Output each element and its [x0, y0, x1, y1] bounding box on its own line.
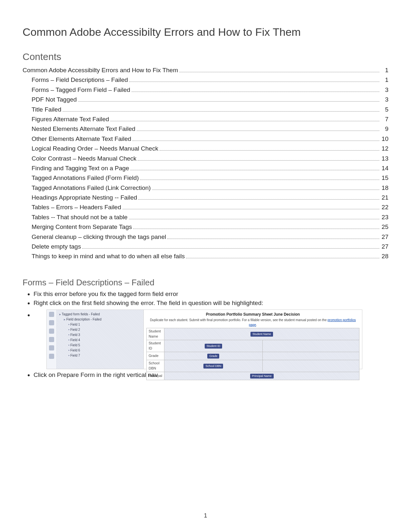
tree-leaf: Field 6: [68, 348, 141, 353]
field-label: Student Name: [147, 328, 164, 340]
field-chip: Principal Name: [250, 374, 274, 379]
toc-page-number: 25: [381, 222, 388, 232]
toc-entry[interactable]: Tables -- That should not be a table23: [32, 212, 388, 222]
toc-leader-dots: [63, 105, 379, 111]
form-table: Student Name Student Name Student ID Stu…: [146, 328, 359, 380]
toc-leader-dots: [138, 194, 379, 200]
form-field: Grade: [164, 352, 262, 360]
embedded-screenshot: Tagged form fields - Failed Field descri…: [46, 310, 362, 369]
toc-leader-dots: [152, 184, 379, 190]
toc-entry[interactable]: Things to keep in mind and what to do wh…: [32, 251, 388, 261]
contents-heading: Contents: [23, 51, 388, 62]
form-subtitle-text: Duplicate for each student. Submit with …: [150, 318, 328, 322]
table-row: Principal Principal Name: [147, 372, 359, 380]
toc-title: Headings Appropriate Nesting -- Failed: [32, 193, 137, 202]
toc-leader-dots: [122, 203, 379, 209]
toc-leader-dots: [133, 223, 379, 229]
toc-entry[interactable]: Forms – Field Descriptions – Failed1: [32, 75, 388, 85]
form-field: School DBN: [164, 360, 262, 372]
toc-title: Color Contrast – Needs Manual Check: [32, 154, 136, 163]
form-field: Student ID: [164, 340, 262, 352]
toc-title: General cleanup – clicking through the t…: [32, 232, 166, 242]
toc-entry[interactable]: PDF Not Tagged3: [32, 95, 388, 104]
toc-leader-dots: [129, 213, 379, 219]
panel-icon: [49, 345, 54, 350]
toc-page-number: 28: [381, 251, 388, 261]
toc-page-number: 12: [381, 144, 388, 153]
form-title: Promotion Portfolio Summary Sheet June D…: [146, 312, 359, 317]
table-row: Student ID Student ID: [147, 340, 359, 352]
tree-leaf: Field 3: [68, 332, 141, 338]
toc-entry[interactable]: Headings Appropriate Nesting -- Failed21: [32, 193, 388, 202]
table-row: Student Name Student Name: [147, 328, 359, 340]
screenshot-tree: Tagged form fields - Failed Field descri…: [57, 310, 143, 369]
toc-entry[interactable]: Common Adobe Accessibilty Errors and How…: [23, 65, 388, 75]
list-item: Right click on the first field showing t…: [34, 299, 388, 308]
field-label: School DBN: [147, 360, 164, 372]
form-field: [262, 360, 359, 372]
toc-page-number: 15: [381, 173, 388, 183]
table-of-contents: Common Adobe Accessibilty Errors and How…: [23, 65, 388, 261]
table-row: Grade Grade: [147, 352, 359, 360]
field-chip: Student Name: [250, 332, 273, 337]
toc-page-number: 27: [381, 232, 388, 242]
tree-node: Field description - Failed: [64, 317, 141, 322]
toc-leader-dots: [110, 115, 379, 121]
toc-page-number: 21: [381, 193, 388, 202]
toc-page-number: 14: [381, 163, 388, 173]
tree-leaf: Field 2: [68, 327, 141, 332]
toc-entry[interactable]: Logical Reading Order – Needs Manual Che…: [32, 144, 388, 153]
toc-title: Other Elements Alternate Text Failed: [32, 134, 131, 144]
document-title: Common Adobe Accessibilty Errors and How…: [23, 26, 388, 38]
form-subtitle-text: .: [256, 323, 257, 327]
toc-leader-dots: [167, 233, 379, 239]
toc-title: Logical Reading Order – Needs Manual Che…: [32, 144, 158, 153]
toc-entry[interactable]: Title Failed5: [32, 105, 388, 114]
form-field: Principal Name: [164, 372, 359, 380]
field-chip: Grade: [207, 354, 219, 359]
toc-title: Figures Alternate Text Failed: [32, 114, 109, 124]
toc-entry[interactable]: Tagged Annotations Failed (Link Correcti…: [32, 183, 388, 193]
toc-entry[interactable]: Merging Content from Separate Tags25: [32, 222, 388, 232]
toc-entry[interactable]: Figures Alternate Text Failed7: [32, 114, 388, 124]
instruction-list: Fix this error before you fix the tagged…: [26, 290, 388, 379]
panel-icon: [49, 329, 54, 334]
toc-entry[interactable]: Other Elements Alternate Text Failed10: [32, 134, 388, 144]
toc-page-number: 1: [381, 65, 388, 75]
toc-leader-dots: [137, 125, 379, 131]
toc-page-number: 7: [381, 114, 388, 124]
toc-title: Merging Content from Separate Tags: [32, 222, 132, 232]
toc-title: Tables – Errors – Headers Failed: [32, 202, 121, 212]
toc-page-number: 3: [381, 85, 388, 95]
field-chip: School DBN: [203, 364, 223, 369]
tree-leaf: Field 1: [68, 322, 141, 327]
toc-entry[interactable]: Delete empty tags27: [32, 242, 388, 251]
toc-title: Common Adobe Accessibilty Errors and How…: [23, 65, 178, 75]
toc-entry[interactable]: Forms – Tagged Form Field – Failed3: [32, 85, 388, 95]
toc-entry[interactable]: Tagged Annotations Failed (Form Field)15: [32, 173, 388, 183]
tree-leaf: Field 5: [68, 343, 141, 348]
toc-leader-dots: [160, 145, 379, 151]
toc-entry[interactable]: Finding and Tagging Text on a Page14: [32, 163, 388, 173]
toc-page-number: 10: [381, 134, 388, 144]
toc-page-number: 13: [381, 154, 388, 163]
toc-entry[interactable]: Nested Elements Alternate Text Failed9: [32, 124, 388, 134]
toc-leader-dots: [138, 154, 379, 160]
field-chip: Student ID: [205, 344, 222, 349]
toc-entry[interactable]: General cleanup – clicking through the t…: [32, 232, 388, 242]
table-row: School DBN School DBN: [147, 360, 359, 372]
toc-page-number: 18: [381, 183, 388, 193]
toc-title: Tables -- That should not be a table: [32, 212, 128, 222]
toc-title: Delete empty tags: [32, 242, 81, 251]
toc-title: Things to keep in mind and what to do wh…: [32, 251, 185, 261]
toc-entry[interactable]: Tables – Errors – Headers Failed22: [32, 202, 388, 212]
toc-title: Forms – Tagged Form Field – Failed: [32, 85, 130, 95]
section-heading: Forms – Field Descriptions – Failed: [23, 278, 388, 288]
screenshot-icon-column: [47, 310, 57, 369]
screenshot-left-panel: Tagged form fields - Failed Field descri…: [47, 310, 144, 369]
panel-icon: [49, 320, 54, 325]
toc-page-number: 9: [381, 124, 388, 134]
toc-leader-dots: [129, 76, 379, 82]
panel-icon: [49, 337, 54, 342]
toc-entry[interactable]: Color Contrast – Needs Manual Check13: [32, 154, 388, 163]
